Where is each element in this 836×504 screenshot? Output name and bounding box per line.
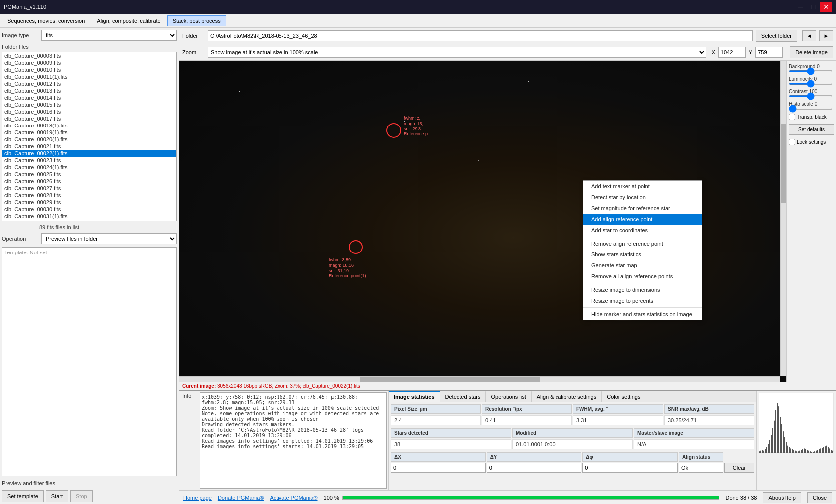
lock-settings-checkbox[interactable] bbox=[789, 139, 795, 145]
histogram-canvas bbox=[759, 393, 834, 453]
stat-val-fwhm: 3.31 bbox=[573, 415, 663, 425]
file-list-item[interactable]: clb_Capture_00012.fits bbox=[2, 80, 176, 87]
set-template-button[interactable]: Set template bbox=[2, 490, 44, 502]
stat-val-stars: 38 bbox=[391, 439, 511, 449]
stat-header-modified: Modified bbox=[512, 428, 633, 438]
file-list-item[interactable]: clb_Capture_00009.fits bbox=[2, 59, 176, 66]
stats-tab-1[interactable]: Detected stars bbox=[440, 391, 486, 402]
context-menu-item-0[interactable]: Add text marker at point bbox=[583, 181, 702, 192]
context-menu-item-3[interactable]: Add align reference point bbox=[583, 214, 702, 225]
context-menu-item-9[interactable]: Resize image to dimensions bbox=[583, 284, 702, 295]
context-menu-item-4[interactable]: Add star to coordinates bbox=[583, 225, 702, 236]
nav-next-button[interactable]: ► bbox=[819, 30, 833, 41]
context-menu-item-10[interactable]: Resize image to percents bbox=[583, 295, 702, 306]
menu-bar: Sequences, movies, conversion Align, com… bbox=[0, 14, 836, 28]
close-button[interactable]: ✕ bbox=[820, 2, 832, 12]
stat-header-resolution: Resolution "/px bbox=[482, 404, 572, 414]
lock-settings-label: Lock settings bbox=[797, 139, 826, 145]
home-page-link[interactable]: Home page bbox=[183, 495, 212, 501]
file-list-item[interactable]: clb_Capture_00010.fits bbox=[2, 66, 176, 73]
clear-button[interactable]: Clear bbox=[724, 463, 754, 473]
stats-tab-0[interactable]: Image statistics bbox=[389, 391, 440, 402]
stat-val-master: N/A bbox=[634, 439, 754, 449]
file-list-item[interactable]: clb_Capture_00020(1).fits bbox=[2, 136, 176, 143]
delta-x-input[interactable] bbox=[391, 463, 486, 473]
context-menu-item-5[interactable]: Remove align reference point bbox=[583, 238, 702, 249]
file-list-item[interactable]: clb_Capture_00025.fits bbox=[2, 171, 176, 178]
file-list-item[interactable]: clb_Capture_00030.fits bbox=[2, 206, 176, 213]
contrast-slider[interactable] bbox=[789, 95, 833, 97]
file-list-item[interactable]: clb_Capture_00015.fits bbox=[2, 101, 176, 108]
file-list-item[interactable]: clb_Capture_00018(1).fits bbox=[2, 122, 176, 129]
zoom-label: Zoom bbox=[182, 49, 205, 55]
chart-area bbox=[756, 391, 836, 490]
operation-label: Operation bbox=[2, 236, 39, 242]
donate-link[interactable]: Donate PGMania® bbox=[218, 495, 264, 501]
context-menu-item-8[interactable]: Remove all align reference points bbox=[583, 271, 702, 282]
menu-item-sequences[interactable]: Sequences, movies, conversion bbox=[2, 15, 90, 26]
delta-phi-input[interactable] bbox=[582, 463, 678, 473]
menu-item-align[interactable]: Align, composite, calibrate bbox=[91, 15, 166, 26]
file-list-item[interactable]: clb_Capture_00022(1).fits bbox=[2, 150, 176, 157]
nav-prev-button[interactable]: ◄ bbox=[802, 30, 816, 41]
file-list-item[interactable]: clb_Capture_00011(1).fits bbox=[2, 73, 176, 80]
file-list-item[interactable]: clb_Capture_00023.fits bbox=[2, 157, 176, 164]
file-list-item[interactable]: clb_Capture_00028.fits bbox=[2, 192, 176, 199]
file-list-item[interactable]: clb_Capture_00031(1).fits bbox=[2, 213, 176, 220]
maximize-button[interactable]: □ bbox=[808, 2, 818, 12]
delta-y-input[interactable] bbox=[487, 463, 582, 473]
status-bar: Home page Donate PGMania® Activate PGMan… bbox=[179, 490, 836, 504]
context-menu-item-2[interactable]: Set magnitude for reference star bbox=[583, 203, 702, 214]
file-list-item[interactable]: clb_Capture_00019(1).fits bbox=[2, 129, 176, 136]
file-list-item[interactable]: clb_Capture_00032.fits bbox=[2, 220, 176, 221]
context-menu-separator-1 bbox=[583, 237, 702, 237]
background-slider[interactable] bbox=[789, 70, 833, 72]
image-viewport[interactable]: fwhm: 2,magn: 15,snr: 29,3Reference p fw… bbox=[179, 61, 786, 382]
file-list-item[interactable]: clb_Capture_00029.fits bbox=[2, 199, 176, 206]
close-button-bottom[interactable]: Close bbox=[807, 492, 832, 503]
stats-tab-2[interactable]: Operations list bbox=[486, 391, 531, 402]
operation-select[interactable]: Preview files in folder bbox=[41, 233, 177, 244]
stats-tabs: Image statisticsDetected starsOperations… bbox=[389, 391, 756, 402]
start-button[interactable]: Start bbox=[46, 490, 68, 502]
file-list-item[interactable]: clb_Capture_00016.fits bbox=[2, 108, 176, 115]
stats-tab-4[interactable]: Color settings bbox=[602, 391, 646, 402]
file-list-item[interactable]: clb_Capture_00027.fits bbox=[2, 185, 176, 192]
delete-image-button[interactable]: Delete image bbox=[790, 46, 833, 58]
file-list-item[interactable]: clb_Capture_00017.fits bbox=[2, 115, 176, 122]
image-type-select[interactable]: fits bbox=[41, 30, 177, 41]
activate-link[interactable]: Activate PGMania® bbox=[270, 495, 317, 501]
context-menu-item-1[interactable]: Detect star by location bbox=[583, 192, 702, 203]
stats-tab-3[interactable]: Align & calibrate settings bbox=[532, 391, 602, 402]
histo-slider[interactable] bbox=[789, 108, 833, 110]
stop-button[interactable]: Stop bbox=[70, 490, 93, 502]
file-list-item[interactable]: clb_Capture_00026.fits bbox=[2, 178, 176, 185]
minimize-button[interactable]: ─ bbox=[795, 2, 806, 12]
folder-path-input[interactable] bbox=[208, 30, 753, 41]
select-folder-button[interactable]: Select folder bbox=[756, 30, 797, 42]
align-status-input[interactable] bbox=[679, 463, 723, 473]
stat-val-modified: 01.01.0001 0:00 bbox=[512, 439, 633, 449]
current-image-bar: Curent image: 3056x2048 16bpp sRGB; Zoom… bbox=[179, 382, 836, 390]
menu-item-stack[interactable]: Stack, post process bbox=[167, 15, 226, 26]
context-menu-item-6[interactable]: Show stars statistics bbox=[583, 249, 702, 260]
file-list-item[interactable]: clb_Capture_00013.fits bbox=[2, 87, 176, 94]
file-list-item[interactable]: clb_Capture_00021.fits bbox=[2, 143, 176, 150]
stats-content: Pixel Size, μm Resolution "/px FWHM, avg… bbox=[389, 402, 756, 490]
transp-black-label: Transp. black bbox=[797, 114, 827, 120]
y-coord-input[interactable] bbox=[755, 47, 783, 58]
transp-black-checkbox[interactable] bbox=[789, 114, 795, 120]
context-menu-item-11[interactable]: Hide marker and stars statistics on imag… bbox=[583, 309, 702, 320]
log-area[interactable] bbox=[200, 392, 387, 489]
file-list-item[interactable]: clb_Capture_00024(1).fits bbox=[2, 164, 176, 171]
file-list-item[interactable]: clb_Capture_00014.fits bbox=[2, 94, 176, 101]
stat-header-pixel: Pixel Size, μm bbox=[391, 404, 481, 414]
about-help-button[interactable]: About/Help bbox=[763, 492, 801, 503]
file-list: clb_Capture_00003.fitsclb_Capture_00009.… bbox=[2, 52, 177, 221]
luminocity-slider[interactable] bbox=[789, 83, 833, 85]
set-defaults-button[interactable]: Set defaults bbox=[789, 124, 834, 135]
file-list-item[interactable]: clb_Capture_00003.fits bbox=[2, 52, 176, 59]
x-coord-input[interactable] bbox=[718, 47, 746, 58]
context-menu-item-7[interactable]: Generate star map bbox=[583, 260, 702, 271]
zoom-select[interactable]: Show image at it's actual size in 100% s… bbox=[208, 47, 706, 58]
